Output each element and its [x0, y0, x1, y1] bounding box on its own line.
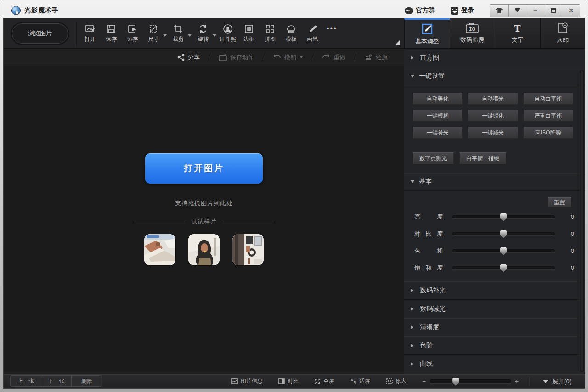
section-histogram[interactable]: 直方图 [404, 49, 585, 67]
saturation-slider[interactable] [452, 266, 555, 269]
expand-button[interactable]: 展开(0) [536, 375, 579, 387]
redo-button[interactable]: 重做 [313, 49, 355, 66]
open-image-button[interactable]: 打开图片 [145, 153, 263, 184]
save-button[interactable]: 保存 [101, 20, 122, 47]
slider-thumb[interactable] [500, 230, 507, 238]
zoom-slider[interactable] [430, 379, 511, 383]
crop-button[interactable]: 裁剪 [168, 20, 189, 47]
save-as-button[interactable]: 另存 [122, 20, 143, 47]
section-one-key[interactable]: 一键设置 [404, 67, 585, 85]
zoom-out-button[interactable]: − [418, 378, 430, 385]
scrollbar-thumb[interactable] [581, 71, 583, 371]
restore-button[interactable]: 还原 [355, 49, 397, 66]
sample-thumbnail-3[interactable] [232, 234, 264, 265]
slider-thumb[interactable] [500, 213, 507, 221]
tab-watermark[interactable]: 水印 [540, 18, 586, 48]
section-curves[interactable]: 曲线 [404, 355, 585, 373]
main-menu-button[interactable] [508, 5, 526, 17]
save-action-icon [219, 54, 227, 61]
auto-white-balance-button[interactable]: 自动白平衡 [523, 93, 573, 105]
original-size-button[interactable]: 原大 [386, 377, 407, 385]
undo-button[interactable]: 撤销 [264, 49, 312, 66]
basic-label: 基本 [419, 178, 432, 186]
fullscreen-button[interactable]: 全屏 [314, 377, 334, 385]
zoom-in-button[interactable]: + [511, 378, 522, 385]
collage-button[interactable]: 拼图 [260, 20, 281, 47]
sample-thumbnail-2[interactable] [188, 234, 220, 265]
prev-image-button[interactable]: 上一张 [11, 376, 41, 386]
brush-button[interactable]: 画笔 [302, 20, 323, 47]
fullscreen-label: 全屏 [323, 377, 334, 385]
save-as-icon [127, 24, 137, 34]
open-button[interactable]: 打开 [79, 20, 101, 47]
slider-thumb[interactable] [500, 264, 507, 272]
sample-thumbnail-1[interactable] [144, 234, 175, 265]
image-info-label: 图片信息 [241, 377, 263, 385]
hue-slider[interactable] [452, 249, 555, 252]
saturation-value: 0 [562, 264, 574, 271]
histogram-label: 直方图 [420, 54, 439, 62]
delete-image-button[interactable]: 删除 [71, 376, 102, 386]
zoom-slider-thumb[interactable] [452, 378, 459, 386]
image-info-button[interactable]: 图片信息 [231, 377, 263, 385]
next-image-button[interactable]: 下一张 [41, 376, 71, 386]
editor-canvas: 打开图片 支持拖拽图片到此处 试试样片 [4, 66, 404, 374]
login-button[interactable]: 登录 [451, 6, 474, 15]
official-group-button[interactable]: 官方群 [405, 6, 435, 15]
undo-dropdown-arrow[interactable] [300, 56, 303, 60]
hue-label: 色相 [414, 247, 443, 255]
rotate-button[interactable]: 旋转 [192, 20, 214, 47]
toolbar-collapse-icon[interactable] [396, 40, 400, 45]
tab-text[interactable]: T 文字 [495, 18, 540, 48]
chevron-right-icon [411, 344, 415, 347]
undo-icon [273, 54, 281, 61]
tab-basic-adjust[interactable]: 基本调整 [404, 18, 450, 48]
save-action-button[interactable]: 保存动作 [209, 49, 263, 66]
auto-beautify-button[interactable]: 自动美化 [413, 93, 463, 105]
section-clarity[interactable]: 清晰度 [404, 318, 585, 336]
skin-button[interactable] [490, 5, 508, 17]
slider-thumb[interactable] [500, 247, 507, 255]
tab-digital-darkroom[interactable]: IO 数码暗房 [450, 18, 495, 48]
digital-spot-metering-button[interactable]: 数字点测光 [413, 152, 454, 164]
one-key-fill-light-button[interactable]: 一键补光 [413, 127, 463, 139]
one-key-dim-light-button[interactable]: 一键减光 [468, 127, 518, 139]
white-balance-one-touch-button[interactable]: 白平衡一指键 [459, 152, 506, 164]
compare-button[interactable]: 对比 [278, 377, 299, 385]
maximize-button[interactable] [544, 5, 562, 17]
crop-label: 裁剪 [173, 35, 184, 43]
share-icon [177, 54, 185, 61]
one-key-blur-button[interactable]: 一键模糊 [413, 110, 463, 122]
share-button[interactable]: 分享 [168, 49, 209, 66]
browse-images-button[interactable]: 浏览图片 [12, 23, 68, 44]
section-basic[interactable]: 基本 [404, 173, 585, 191]
panel-scrollbar[interactable] [580, 70, 584, 372]
one-key-sharpen-button[interactable]: 一键锐化 [468, 110, 518, 122]
section-digital-fill-light[interactable]: 数码补光 [404, 281, 585, 300]
status-bar: 上一张 下一张 删除 图片信息 对比 全屏 适屏 [4, 374, 585, 388]
severe-white-balance-button[interactable]: 严重白平衡 [523, 110, 573, 122]
hue-value: 0 [562, 247, 574, 254]
id-photo-button[interactable]: 证件照 [217, 20, 238, 47]
chevron-right-icon [411, 362, 415, 366]
main-toolbar: 浏览图片 打开 保存 另存 尺寸 裁剪 [4, 18, 404, 49]
resize-button[interactable]: 尺寸 [143, 20, 164, 47]
border-button[interactable]: 边框 [238, 20, 260, 47]
reset-button[interactable]: 重置 [548, 197, 571, 207]
section-digital-dim-light[interactable]: 数码减光 [404, 300, 585, 318]
collage-label: 拼图 [265, 35, 276, 43]
minimize-button[interactable]: − [526, 5, 544, 17]
close-button[interactable]: ✕ [562, 5, 580, 17]
tab-text-label: 文字 [512, 36, 524, 44]
template-button[interactable]: 模板 [281, 20, 302, 47]
contrast-slider[interactable] [452, 232, 555, 235]
high-iso-denoise-button[interactable]: 高ISO降噪 [523, 127, 573, 139]
auto-exposure-button[interactable]: 自动曝光 [468, 93, 518, 105]
more-tools-button[interactable]: ••• [327, 24, 337, 33]
brightness-slider[interactable] [452, 215, 555, 218]
svg-text:T: T [514, 22, 521, 34]
section-levels[interactable]: 色阶 [404, 336, 585, 355]
tab-digital-darkroom-label: 数码暗房 [460, 36, 484, 44]
fit-screen-button[interactable]: 适屏 [350, 377, 370, 385]
chevron-right-icon [411, 289, 415, 292]
